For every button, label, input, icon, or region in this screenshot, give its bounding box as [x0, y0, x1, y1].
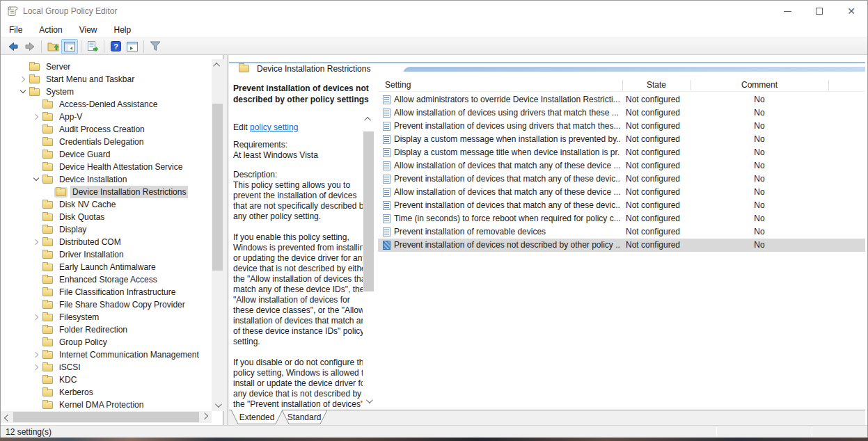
tree-item-access-denied-assistance[interactable]: Access-Denied Assistance — [1, 98, 212, 111]
folder-icon — [42, 389, 53, 396]
show-hide-console-tree-button[interactable] — [61, 39, 78, 54]
tree-item-system[interactable]: System — [1, 86, 212, 98]
setting-row-prevent-installation-of-devices-not-desc[interactable]: Prevent installation of devices not desc… — [378, 239, 865, 252]
scroll-right-arrow[interactable] — [200, 411, 212, 423]
setting-row-display-a-custom-message-when-installati[interactable]: Display a custom message when installati… — [378, 133, 865, 146]
tree-horizontal-scrollbar[interactable] — [1, 411, 212, 423]
expander-placeholder — [31, 161, 42, 173]
tree-item-server[interactable]: Server — [1, 61, 212, 73]
setting-row-prevent-installation-of-devices-that-mat[interactable]: Prevent installation of devices that mat… — [378, 173, 865, 186]
scroll-up-arrow[interactable] — [212, 59, 223, 71]
tab-extended-label[interactable]: Extended — [239, 412, 275, 422]
menu-action[interactable]: Action — [32, 23, 69, 37]
setting-row-prevent-installation-of-devices-that-mat[interactable]: Prevent installation of devices that mat… — [378, 199, 865, 212]
tree-item-distributed-com[interactable]: Distributed COM — [1, 236, 212, 248]
chevron-down-icon[interactable] — [18, 86, 29, 97]
column-divider[interactable] — [828, 80, 829, 90]
back-button[interactable] — [5, 39, 22, 54]
tree-item-app-v[interactable]: App-V — [1, 111, 212, 123]
menu-view[interactable]: View — [72, 23, 104, 37]
tab-standard-label[interactable]: Standard — [287, 412, 322, 422]
close-button[interactable]: ✕ — [835, 1, 867, 22]
tree-vertical-scrollbar[interactable] — [212, 59, 223, 411]
tree-hscroll-thumb[interactable] — [13, 412, 199, 422]
tree-item-disk-nv-cache[interactable]: Disk NV Cache — [1, 198, 212, 211]
show-properties-window-button[interactable] — [124, 39, 141, 54]
tree-item-audit-process-creation[interactable]: Audit Process Creation — [1, 123, 212, 136]
tree-item-start-menu-and-taskbar[interactable]: Start Menu and Taskbar — [1, 73, 212, 86]
tree-item-filesystem[interactable]: Filesystem — [1, 311, 212, 323]
column-header-setting[interactable]: Setting — [385, 80, 411, 90]
tree-item-disk-quotas[interactable]: Disk Quotas — [1, 211, 212, 223]
up-one-level-button[interactable] — [45, 39, 61, 54]
policy-setting-link[interactable]: policy setting — [250, 122, 298, 132]
chevron-right-icon[interactable] — [31, 349, 42, 360]
minimize-button[interactable] — [771, 1, 803, 22]
tree-item-kerberos[interactable]: Kerberos — [1, 386, 212, 399]
menu-help[interactable]: Help — [107, 23, 139, 37]
setting-row-prevent-installation-of-removable-device[interactable]: Prevent installation of removable device… — [378, 225, 865, 239]
folder-icon — [42, 251, 53, 259]
tree-item-file-classification-infrastructure[interactable]: File Classification Infrastructure — [1, 286, 212, 298]
tree-item-file-share-shadow-copy-provider[interactable]: File Share Shadow Copy Provider — [1, 298, 212, 311]
tree-item-group-policy[interactable]: Group Policy — [1, 336, 212, 348]
tree-item-folder-redirection[interactable]: Folder Redirection — [1, 323, 212, 336]
tree-item-display[interactable]: Display — [1, 223, 212, 236]
chevron-right-icon[interactable] — [31, 236, 42, 248]
tree-item-kdc[interactable]: KDC — [1, 374, 212, 386]
column-divider[interactable] — [691, 80, 691, 90]
scroll-down-arrow[interactable] — [212, 399, 223, 411]
export-list-button[interactable] — [84, 39, 101, 54]
chevron-right-icon[interactable] — [31, 111, 42, 122]
tree-item-credentials-delegation[interactable]: Credentials Delegation — [1, 136, 212, 148]
tree-item-driver-installation[interactable]: Driver Installation — [1, 248, 212, 261]
menu-bar: File Action View Help — [1, 22, 867, 38]
forward-button[interactable] — [22, 39, 38, 54]
tree-item-label: Driver Installation — [57, 248, 126, 261]
folder-icon — [42, 314, 53, 321]
tree-item-device-installation[interactable]: Device Installation — [1, 173, 212, 186]
tree-item-label: Device Installation Restrictions — [70, 186, 188, 198]
help-button[interactable]: ? — [107, 39, 124, 54]
setting-row-display-a-custom-message-title-when-devi[interactable]: Display a custom message title when devi… — [378, 146, 865, 159]
chevron-right-icon[interactable] — [31, 312, 42, 323]
scroll-left-arrow[interactable] — [1, 411, 13, 423]
menu-file[interactable]: File — [2, 23, 29, 37]
desc-scroll-thumb[interactable] — [363, 131, 374, 291]
description-scrollbar[interactable] — [363, 113, 374, 407]
tree-item-label: Credentials Delegation — [57, 136, 145, 148]
scroll-up-arrow[interactable] — [363, 113, 374, 125]
setting-row-time-in-seconds-to-force-reboot-when-req[interactable]: Time (in seconds) to force reboot when r… — [378, 212, 865, 225]
setting-row-allow-installation-of-devices-that-match[interactable]: Allow installation of devices that match… — [378, 186, 865, 199]
tree-item-early-launch-antimalware[interactable]: Early Launch Antimalware — [1, 261, 212, 273]
tree-item-device-health-attestation-service[interactable]: Device Health Attestation Service — [1, 161, 212, 173]
column-divider[interactable] — [622, 80, 623, 90]
maximize-button[interactable] — [803, 1, 835, 22]
setting-row-allow-administrators-to-override-device-[interactable]: Allow administrators to override Device … — [378, 93, 865, 106]
filter-button[interactable] — [147, 39, 164, 54]
tree-item-iscsi[interactable]: iSCSI — [1, 361, 212, 374]
chevron-right-icon[interactable] — [31, 362, 42, 373]
folder-icon — [42, 113, 53, 121]
setting-name: Prevent installation of devices using dr… — [394, 121, 620, 131]
column-header-state[interactable]: State — [622, 80, 691, 90]
scroll-down-arrow[interactable] — [363, 395, 374, 407]
expander-placeholder — [31, 274, 42, 285]
chevron-right-icon[interactable] — [18, 74, 29, 85]
tree-item-enhanced-storage-access[interactable]: Enhanced Storage Access — [1, 273, 212, 286]
chevron-down-icon[interactable] — [31, 174, 42, 185]
setting-row-allow-installation-of-devices-using-driv[interactable]: Allow installation of devices using driv… — [378, 106, 865, 120]
column-header-comment[interactable]: Comment — [691, 80, 828, 90]
tree-item-kernel-dma-protection[interactable]: Kernel DMA Protection — [1, 399, 212, 411]
tree-vscroll-thumb[interactable] — [212, 104, 223, 271]
setting-comment: No — [691, 147, 828, 157]
toolbar-separator — [143, 40, 144, 53]
tree-item-device-guard[interactable]: Device Guard — [1, 148, 212, 161]
tree-item-label: Disk NV Cache — [57, 198, 118, 211]
setting-row-prevent-installation-of-devices-using-dr[interactable]: Prevent installation of devices using dr… — [378, 120, 865, 133]
setting-row-allow-installation-of-devices-that-match[interactable]: Allow installation of devices that match… — [378, 159, 865, 173]
setting-name: Display a custom message when installati… — [394, 134, 620, 144]
tree-item-internet-communication-management[interactable]: Internet Communication Management — [1, 348, 212, 361]
filter-icon — [150, 41, 161, 51]
tree-item-device-installation-restrictions[interactable]: Device Installation Restrictions — [1, 186, 212, 198]
